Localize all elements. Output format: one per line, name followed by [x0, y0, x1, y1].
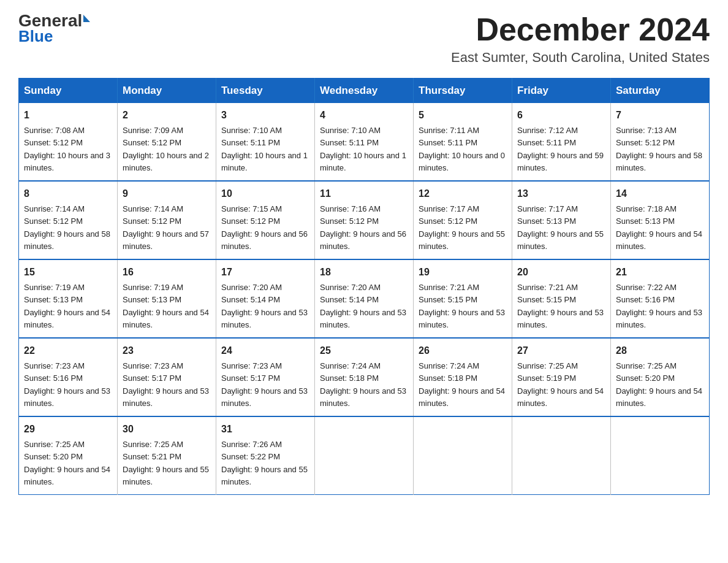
calendar-cell: 6 Sunrise: 7:12 AMSunset: 5:11 PMDayligh… — [512, 103, 611, 181]
day-number: 20 — [517, 265, 605, 280]
month-title: December 2024 — [451, 12, 710, 47]
calendar-cell: 1 Sunrise: 7:08 AMSunset: 5:12 PMDayligh… — [19, 103, 118, 181]
calendar-cell: 24 Sunrise: 7:23 AMSunset: 5:17 PMDaylig… — [216, 338, 315, 416]
calendar-cell: 15 Sunrise: 7:19 AMSunset: 5:13 PMDaylig… — [19, 259, 118, 338]
day-info: Sunrise: 7:13 AMSunset: 5:12 PMDaylight:… — [616, 126, 702, 172]
calendar-cell: 29 Sunrise: 7:25 AMSunset: 5:20 PMDaylig… — [19, 416, 118, 495]
day-number: 31 — [221, 422, 309, 437]
day-number: 29 — [24, 422, 112, 437]
day-number: 2 — [123, 108, 211, 123]
calendar-week-5: 29 Sunrise: 7:25 AMSunset: 5:20 PMDaylig… — [19, 416, 710, 495]
calendar-cell: 25 Sunrise: 7:24 AMSunset: 5:18 PMDaylig… — [315, 338, 414, 416]
day-number: 1 — [24, 108, 112, 123]
day-number: 17 — [221, 265, 309, 280]
day-info: Sunrise: 7:25 AMSunset: 5:20 PMDaylight:… — [616, 361, 702, 408]
calendar-cell: 22 Sunrise: 7:23 AMSunset: 5:16 PMDaylig… — [19, 338, 118, 416]
day-number: 13 — [517, 186, 605, 201]
day-info: Sunrise: 7:25 AMSunset: 5:21 PMDaylight:… — [123, 440, 209, 486]
day-info: Sunrise: 7:25 AMSunset: 5:19 PMDaylight:… — [517, 361, 604, 408]
day-info: Sunrise: 7:23 AMSunset: 5:17 PMDaylight:… — [123, 361, 209, 408]
calendar-cell: 9 Sunrise: 7:14 AMSunset: 5:12 PMDayligh… — [118, 181, 216, 259]
day-info: Sunrise: 7:24 AMSunset: 5:18 PMDaylight:… — [419, 361, 505, 408]
col-thursday: Thursday — [414, 79, 512, 104]
calendar-cell — [611, 416, 710, 495]
calendar-cell: 8 Sunrise: 7:14 AMSunset: 5:12 PMDayligh… — [19, 181, 118, 259]
day-number: 16 — [123, 265, 211, 280]
day-number: 15 — [24, 265, 112, 280]
day-number: 23 — [123, 343, 211, 358]
day-number: 25 — [320, 343, 408, 358]
col-sunday: Sunday — [19, 79, 118, 104]
day-info: Sunrise: 7:22 AMSunset: 5:16 PMDaylight:… — [616, 283, 702, 329]
calendar-week-1: 1 Sunrise: 7:08 AMSunset: 5:12 PMDayligh… — [19, 103, 710, 181]
day-number: 22 — [24, 343, 112, 358]
day-info: Sunrise: 7:19 AMSunset: 5:13 PMDaylight:… — [123, 283, 209, 329]
day-number: 9 — [123, 186, 211, 201]
calendar-cell: 30 Sunrise: 7:25 AMSunset: 5:21 PMDaylig… — [118, 416, 216, 495]
calendar-cell: 27 Sunrise: 7:25 AMSunset: 5:19 PMDaylig… — [512, 338, 611, 416]
day-info: Sunrise: 7:17 AMSunset: 5:12 PMDaylight:… — [419, 204, 505, 251]
calendar-week-4: 22 Sunrise: 7:23 AMSunset: 5:16 PMDaylig… — [19, 338, 710, 416]
day-info: Sunrise: 7:20 AMSunset: 5:14 PMDaylight:… — [221, 283, 308, 329]
location-title: East Sumter, South Carolina, United Stat… — [451, 50, 710, 66]
calendar-cell: 20 Sunrise: 7:21 AMSunset: 5:15 PMDaylig… — [512, 259, 611, 338]
calendar-cell: 19 Sunrise: 7:21 AMSunset: 5:15 PMDaylig… — [414, 259, 512, 338]
page-header: General Blue December 2024 East Sumter, … — [18, 12, 710, 66]
logo-blue: Blue — [18, 27, 53, 46]
day-number: 21 — [616, 265, 704, 280]
day-number: 27 — [517, 343, 605, 358]
calendar-cell: 28 Sunrise: 7:25 AMSunset: 5:20 PMDaylig… — [611, 338, 710, 416]
day-info: Sunrise: 7:17 AMSunset: 5:13 PMDaylight:… — [517, 204, 604, 251]
day-info: Sunrise: 7:12 AMSunset: 5:11 PMDaylight:… — [517, 126, 604, 172]
day-info: Sunrise: 7:26 AMSunset: 5:22 PMDaylight:… — [221, 440, 308, 486]
calendar-week-2: 8 Sunrise: 7:14 AMSunset: 5:12 PMDayligh… — [19, 181, 710, 259]
calendar-cell: 12 Sunrise: 7:17 AMSunset: 5:12 PMDaylig… — [414, 181, 512, 259]
calendar-cell: 31 Sunrise: 7:26 AMSunset: 5:22 PMDaylig… — [216, 416, 315, 495]
day-info: Sunrise: 7:18 AMSunset: 5:13 PMDaylight:… — [616, 204, 702, 251]
day-number: 19 — [419, 265, 507, 280]
day-info: Sunrise: 7:11 AMSunset: 5:11 PMDaylight:… — [419, 126, 505, 172]
calendar-cell: 11 Sunrise: 7:16 AMSunset: 5:12 PMDaylig… — [315, 181, 414, 259]
calendar-week-3: 15 Sunrise: 7:19 AMSunset: 5:13 PMDaylig… — [19, 259, 710, 338]
day-info: Sunrise: 7:24 AMSunset: 5:18 PMDaylight:… — [320, 361, 406, 408]
day-number: 6 — [517, 108, 605, 123]
col-tuesday: Tuesday — [216, 79, 315, 104]
day-number: 4 — [320, 108, 408, 123]
calendar-cell: 23 Sunrise: 7:23 AMSunset: 5:17 PMDaylig… — [118, 338, 216, 416]
calendar-cell: 14 Sunrise: 7:18 AMSunset: 5:13 PMDaylig… — [611, 181, 710, 259]
day-number: 10 — [221, 186, 309, 201]
title-block: December 2024 East Sumter, South Carolin… — [451, 12, 710, 66]
day-info: Sunrise: 7:14 AMSunset: 5:12 PMDaylight:… — [123, 204, 209, 251]
day-info: Sunrise: 7:09 AMSunset: 5:12 PMDaylight:… — [123, 126, 209, 172]
day-number: 7 — [616, 108, 704, 123]
calendar-cell: 7 Sunrise: 7:13 AMSunset: 5:12 PMDayligh… — [611, 103, 710, 181]
calendar-cell: 17 Sunrise: 7:20 AMSunset: 5:14 PMDaylig… — [216, 259, 315, 338]
day-number: 3 — [221, 108, 309, 123]
calendar-cell: 26 Sunrise: 7:24 AMSunset: 5:18 PMDaylig… — [414, 338, 512, 416]
day-number: 24 — [221, 343, 309, 358]
day-number: 18 — [320, 265, 408, 280]
col-saturday: Saturday — [611, 79, 710, 104]
day-info: Sunrise: 7:21 AMSunset: 5:15 PMDaylight:… — [419, 283, 505, 329]
day-number: 5 — [419, 108, 507, 123]
col-wednesday: Wednesday — [315, 79, 414, 104]
calendar-cell: 10 Sunrise: 7:15 AMSunset: 5:12 PMDaylig… — [216, 181, 315, 259]
col-friday: Friday — [512, 79, 611, 104]
day-info: Sunrise: 7:25 AMSunset: 5:20 PMDaylight:… — [24, 440, 110, 486]
calendar-cell — [315, 416, 414, 495]
day-number: 14 — [616, 186, 704, 201]
calendar-cell: 4 Sunrise: 7:10 AMSunset: 5:11 PMDayligh… — [315, 103, 414, 181]
calendar-cell: 21 Sunrise: 7:22 AMSunset: 5:16 PMDaylig… — [611, 259, 710, 338]
calendar-table: Sunday Monday Tuesday Wednesday Thursday… — [18, 78, 710, 495]
day-info: Sunrise: 7:23 AMSunset: 5:17 PMDaylight:… — [221, 361, 308, 408]
calendar-cell: 5 Sunrise: 7:11 AMSunset: 5:11 PMDayligh… — [414, 103, 512, 181]
col-monday: Monday — [118, 79, 216, 104]
calendar-cell: 2 Sunrise: 7:09 AMSunset: 5:12 PMDayligh… — [118, 103, 216, 181]
logo: General Blue — [18, 12, 90, 46]
day-info: Sunrise: 7:19 AMSunset: 5:13 PMDaylight:… — [24, 283, 110, 329]
day-number: 30 — [123, 422, 211, 437]
day-info: Sunrise: 7:10 AMSunset: 5:11 PMDaylight:… — [320, 126, 406, 172]
calendar-cell — [512, 416, 611, 495]
day-number: 11 — [320, 186, 408, 201]
calendar-header-row: Sunday Monday Tuesday Wednesday Thursday… — [19, 79, 710, 104]
